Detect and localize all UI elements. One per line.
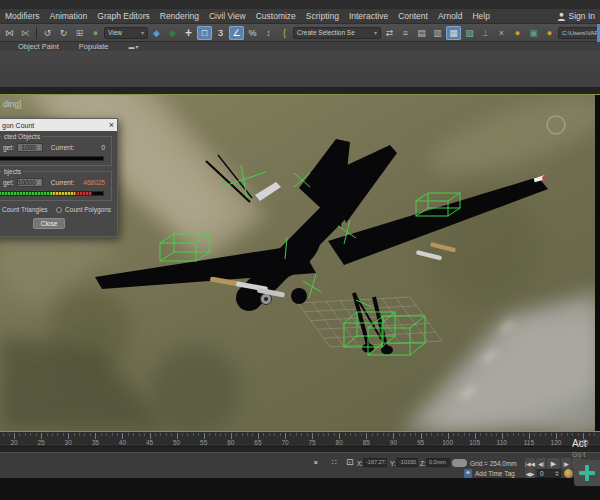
helper-point-icon[interactable]: ◆	[149, 26, 164, 40]
status-pill	[452, 459, 467, 467]
menu-arnold[interactable]: Arnold	[433, 9, 468, 23]
timeline-frame-number: 45	[142, 439, 158, 446]
menu-customize[interactable]: Customize	[251, 9, 301, 23]
redo-icon[interactable]: ↻	[56, 26, 71, 40]
named-selection-set-dropdown[interactable]: Create Selection Se▾	[293, 27, 381, 39]
tab-object-paint[interactable]: Object Paint	[18, 42, 59, 51]
key-mode-toggle-button[interactable]: ◀▶	[525, 469, 535, 478]
layer-manager-icon[interactable]: ▤	[414, 26, 429, 40]
timeline-tick	[133, 433, 134, 436]
named-selection-sets-icon[interactable]: {	[277, 26, 292, 40]
all-budget-bar	[0, 191, 104, 196]
isolate-selection-icon[interactable]: +	[313, 458, 318, 468]
dialog-close-icon[interactable]: ×	[109, 121, 114, 130]
render-production-icon[interactable]: ●	[542, 26, 557, 40]
schematic-view-icon[interactable]: ▧	[462, 26, 477, 40]
budget-label-all: get:	[3, 179, 14, 186]
selected-budget-bar	[0, 156, 104, 161]
render-globe-icon[interactable]: ●	[88, 26, 103, 40]
timeline-frame-number: 110	[494, 439, 510, 446]
dialog-titlebar[interactable]: gon Count ×	[0, 119, 117, 131]
timeline-tick	[90, 433, 91, 436]
scene-explorer-icon[interactable]: ▥	[430, 26, 445, 40]
timeline-tick	[323, 433, 324, 436]
timeline-tick	[30, 433, 31, 436]
timeline-tick	[572, 433, 573, 436]
all-budget-spin-arrows[interactable]	[37, 180, 41, 185]
timeline-tick	[155, 433, 156, 436]
timeline-frame-number: 75	[304, 439, 320, 446]
all-budget-spinner[interactable]: 10000	[17, 178, 43, 187]
radio-count-polygons[interactable]: Count Polygons	[65, 206, 111, 213]
menu-content[interactable]: Content	[393, 9, 433, 23]
absolute-mode-icon[interactable]: ⊡	[346, 457, 354, 467]
menu-modifiers[interactable]: Modifiers	[0, 9, 44, 23]
next-frame-button[interactable]: |▶	[561, 458, 571, 469]
unlink-selection-icon[interactable]: ⋉	[18, 26, 33, 40]
timeline-tick	[328, 433, 329, 436]
angle-snap-icon[interactable]: ∠	[229, 26, 244, 40]
timeline-tick	[355, 433, 356, 436]
menu-interactive[interactable]: Interactive	[344, 9, 393, 23]
add-button[interactable]	[574, 460, 600, 486]
spinner-snap-icon[interactable]: ↕	[261, 26, 276, 40]
radio-count-triangles[interactable]: Count Triangles	[2, 206, 48, 213]
menu-graph-editors[interactable]: Graph Editors	[92, 9, 154, 23]
curve-editor-icon[interactable]: ▦	[446, 26, 461, 40]
align-icon[interactable]: ≡	[398, 26, 413, 40]
add-time-tag-label[interactable]: Add Time Tag	[475, 469, 515, 478]
sign-in-button[interactable]: Sign In	[557, 11, 600, 21]
selected-budget-spinner[interactable]: 1000	[17, 143, 43, 152]
selection-filter-dropdown[interactable]: View▾	[104, 27, 148, 39]
menu-help[interactable]: Help	[467, 9, 494, 23]
timeline-tick	[523, 433, 524, 436]
timeline-tick	[84, 433, 85, 436]
rendered-frame-window-icon[interactable]: ▣	[526, 26, 541, 40]
timeline-tick	[464, 433, 465, 436]
select-and-move-icon[interactable]: +	[181, 26, 196, 40]
ribbon-media-icon[interactable]: ▬▾	[128, 43, 139, 50]
tab-populate[interactable]: Populate	[79, 42, 109, 51]
menu-civil-view[interactable]: Civil View	[204, 9, 251, 23]
material-editor-icon[interactable]: ⊥	[478, 26, 493, 40]
selected-objects-label: cted Objects	[2, 133, 42, 140]
timeline-frame-number: 85	[358, 439, 374, 446]
selection-lock-icon[interactable]: ∷	[332, 458, 337, 468]
scene-explorer-toggle-icon[interactable]: ⊞	[72, 26, 87, 40]
menu-scripting[interactable]: Scripting	[301, 9, 344, 23]
z-coordinate-field[interactable]: 0.0mm	[426, 458, 450, 467]
project-path-field[interactable]: C:\Users\VARDAN\Documents\3ds Max 2021▾	[558, 27, 600, 39]
timeline-frame-number: 60	[223, 439, 239, 446]
previous-frame-button[interactable]: ◀|	[536, 458, 546, 469]
timeline-tick	[404, 433, 405, 436]
timeline-tick	[57, 433, 58, 436]
menu-rendering[interactable]: Rendering	[155, 9, 204, 23]
time-tag-key-icon[interactable]	[464, 469, 472, 478]
percent-snap-icon[interactable]: %	[245, 26, 260, 40]
go-to-start-button[interactable]: |◀◀	[525, 458, 535, 469]
frame-spinner[interactable]	[555, 471, 559, 476]
timeline-frame-number: 70	[277, 439, 293, 446]
select-object-icon[interactable]: □	[197, 26, 212, 40]
snap-toggle-3d-icon[interactable]: 3	[213, 26, 228, 40]
render-setup-x-icon[interactable]: ×	[494, 26, 509, 40]
select-and-link-icon[interactable]: ⋈	[2, 26, 17, 40]
x-coordinate-field[interactable]: -167.273m	[363, 458, 387, 467]
budget-spin-arrows[interactable]	[37, 145, 41, 150]
close-button[interactable]: Close	[33, 218, 65, 229]
timeline-tick	[274, 433, 275, 436]
ribbon-panel-empty	[0, 51, 600, 87]
timeline-tick	[198, 433, 199, 436]
menu-animation[interactable]: Animation	[44, 9, 92, 23]
current-frame-field[interactable]: 0	[537, 469, 561, 478]
viewport-shading-label[interactable]: ding]	[3, 99, 21, 109]
undo-icon[interactable]: ↺	[40, 26, 55, 40]
y-coordinate-field[interactable]: -10330.76	[396, 458, 418, 467]
render-setup-icon[interactable]: ●	[510, 26, 525, 40]
timeline-tick	[567, 433, 568, 436]
helper-point-alt-icon[interactable]: ◆	[165, 26, 180, 40]
timeline-ruler[interactable]: 2025303540455055606570758085909510010511…	[0, 431, 600, 446]
play-button[interactable]: ▶	[547, 458, 560, 469]
radio-count-polygons-circle[interactable]	[56, 207, 62, 213]
mirror-icon[interactable]: ⇄	[382, 26, 397, 40]
